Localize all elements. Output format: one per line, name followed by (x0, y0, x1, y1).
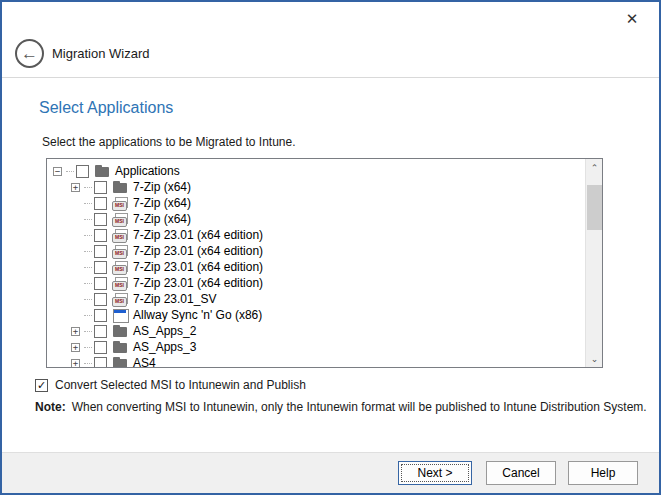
row-checkbox[interactable] (94, 277, 107, 290)
tree-row[interactable]: 7-Zip 23.01 (x64 edition) (47, 227, 585, 243)
msi-icon (112, 229, 128, 242)
node-label[interactable]: Allway Sync 'n' Go (x86) (133, 308, 262, 322)
row-checkbox[interactable] (94, 213, 107, 226)
tree-row[interactable]: + AS_Apps_2 (47, 323, 585, 339)
expander-icon[interactable]: + (71, 183, 80, 192)
title-bar: ✕ (2, 2, 659, 32)
node-label[interactable]: 7-Zip (x64) (133, 196, 191, 210)
folder-icon (112, 341, 128, 354)
folder-icon (94, 165, 110, 178)
msi-icon (112, 261, 128, 274)
applications-tree: − Applications + 7-Zip (x64) 7-Zip (x64)… (46, 158, 603, 368)
node-label[interactable]: AS_Apps_3 (133, 340, 196, 354)
note-text: Note:When converting MSI to Intunewin, o… (35, 400, 647, 414)
node-label[interactable]: Applications (115, 164, 180, 178)
folder-icon (112, 325, 128, 338)
connector-line (84, 283, 92, 284)
row-checkbox[interactable] (94, 181, 107, 194)
note-label: Note: (35, 400, 66, 414)
next-button[interactable]: Next > (398, 461, 472, 485)
row-checkbox[interactable] (94, 309, 107, 322)
msi-icon (112, 293, 128, 306)
tree-row[interactable]: + AS_Apps_3 (47, 339, 585, 355)
migration-wizard-window: ✕ ← Migration Wizard Select Applications… (0, 0, 661, 495)
msi-icon (112, 245, 128, 258)
expander-icon[interactable]: + (71, 327, 80, 336)
back-icon[interactable]: ← (15, 39, 44, 68)
tree-row[interactable]: 7-Zip 23.01 (x64 edition) (47, 259, 585, 275)
tree-row[interactable]: − Applications (47, 163, 585, 179)
row-checkbox[interactable] (94, 293, 107, 306)
connector-line (84, 331, 92, 332)
connector-line (84, 347, 92, 348)
row-checkbox[interactable] (94, 261, 107, 274)
tree-row[interactable]: 7-Zip (x64) (47, 195, 585, 211)
convert-option[interactable]: ✓ Convert Selected MSI to Intunewin and … (35, 378, 306, 392)
node-label[interactable]: 7-Zip 23.01 (x64 edition) (133, 276, 263, 290)
tree-row[interactable]: 7-Zip 23.01 (x64 edition) (47, 243, 585, 259)
msi-icon (112, 213, 128, 226)
tree-row[interactable]: Allway Sync 'n' Go (x86) (47, 307, 585, 323)
node-label[interactable]: 7-Zip (x64) (133, 180, 191, 194)
folder-icon (112, 357, 128, 368)
cancel-button[interactable]: Cancel (486, 461, 556, 485)
msi-icon (112, 197, 128, 210)
row-checkbox[interactable] (94, 229, 107, 242)
tree-row[interactable]: 7-Zip 23.01 (x64 edition) (47, 275, 585, 291)
connector-line (84, 363, 92, 364)
node-label[interactable]: AS_Apps_2 (133, 324, 196, 338)
wizard-header: ← Migration Wizard (2, 32, 659, 77)
tree-rows: − Applications + 7-Zip (x64) 7-Zip (x64)… (47, 163, 585, 367)
header-divider (2, 77, 659, 78)
folder-icon (112, 181, 128, 194)
row-checkbox[interactable] (94, 197, 107, 210)
convert-checkbox[interactable]: ✓ (35, 379, 48, 392)
connector-line (84, 299, 92, 300)
scroll-up-icon[interactable]: ⌃ (586, 159, 603, 176)
tree-row[interactable]: + 7-Zip (x64) (47, 179, 585, 195)
connector-line (84, 187, 92, 188)
node-label[interactable]: AS4 (133, 356, 156, 367)
tree-row[interactable]: + AS4 (47, 355, 585, 367)
tree-row[interactable]: 7-Zip 23.01_SV (47, 291, 585, 307)
page-title: Select Applications (39, 99, 173, 117)
node-label[interactable]: 7-Zip 23.01 (x64 edition) (133, 228, 263, 242)
expander-icon[interactable]: − (53, 167, 62, 176)
tree-row[interactable]: 7-Zip (x64) (47, 211, 585, 227)
help-button[interactable]: Help (568, 461, 638, 485)
connector-line (84, 235, 92, 236)
footer-bar: Next > Cancel Help (2, 452, 659, 493)
row-checkbox[interactable] (94, 245, 107, 258)
tree-scrollbar[interactable]: ⌃ ⌄ (585, 159, 602, 367)
row-checkbox[interactable] (94, 357, 107, 368)
close-icon[interactable]: ✕ (621, 8, 643, 30)
msi-icon (112, 277, 128, 290)
row-checkbox[interactable] (94, 341, 107, 354)
connector-line (66, 171, 74, 172)
expander-icon[interactable]: + (71, 359, 80, 368)
scroll-down-icon[interactable]: ⌄ (586, 350, 603, 367)
connector-line (84, 219, 92, 220)
node-label[interactable]: 7-Zip 23.01 (x64 edition) (133, 260, 263, 274)
app-icon (112, 309, 128, 322)
row-checkbox[interactable] (94, 325, 107, 338)
row-checkbox[interactable] (76, 165, 89, 178)
connector-line (84, 315, 92, 316)
scrollbar-thumb[interactable] (587, 185, 602, 230)
node-label[interactable]: 7-Zip 23.01 (x64 edition) (133, 244, 263, 258)
connector-line (84, 203, 92, 204)
convert-label: Convert Selected MSI to Intunewin and Pu… (55, 378, 306, 392)
note-body: When converting MSI to Intunewin, only t… (72, 400, 647, 414)
connector-line (84, 267, 92, 268)
node-label[interactable]: 7-Zip 23.01_SV (133, 292, 216, 306)
wizard-title: Migration Wizard (52, 46, 150, 61)
connector-line (84, 251, 92, 252)
expander-icon[interactable]: + (71, 343, 80, 352)
instruction-text: Select the applications to be Migrated t… (42, 135, 296, 149)
node-label[interactable]: 7-Zip (x64) (133, 212, 191, 226)
